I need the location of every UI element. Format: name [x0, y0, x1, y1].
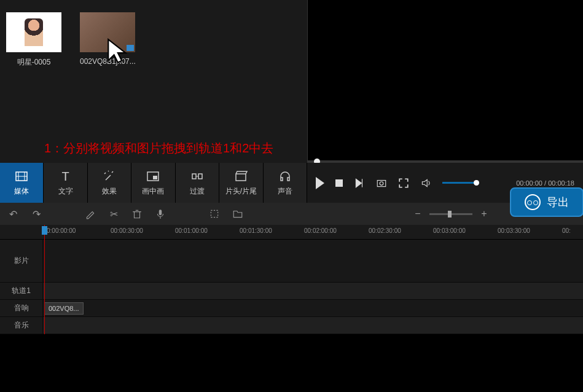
timeline-toolbar: ↶ ↷ ✂ − +: [0, 203, 583, 225]
svg-rect-8: [211, 210, 217, 217]
video-badge-icon: [127, 45, 134, 51]
svg-rect-4: [198, 174, 202, 179]
export-label: 导出: [547, 195, 569, 210]
zoom-out-button[interactable]: −: [412, 208, 423, 219]
media-thumbnail: [6, 12, 61, 52]
annotation-text: 1：分别将视频和图片拖拽到轨道1和2中去: [44, 140, 273, 157]
crop-button[interactable]: [209, 208, 220, 219]
stop-button[interactable]: [335, 179, 343, 187]
edit-button[interactable]: [85, 208, 96, 219]
tab-effects[interactable]: 效果: [88, 163, 131, 203]
track-label: 影片: [0, 240, 43, 282]
media-icon: [14, 169, 29, 184]
track-audio-fx[interactable]: 音响 002VQ8...: [0, 300, 583, 317]
undo-button[interactable]: ↶: [7, 208, 18, 219]
fullscreen-button[interactable]: [398, 178, 409, 189]
track-1[interactable]: 轨道1: [0, 283, 583, 300]
step-forward-button[interactable]: [354, 178, 365, 189]
clapboard-icon: [233, 169, 248, 184]
track-label: 音响: [0, 300, 43, 316]
tab-text[interactable]: T 文字: [44, 163, 87, 203]
media-item-label: 明星-0005: [17, 57, 51, 68]
timeline-ruler[interactable]: 0:00:00:00 00:00:30:00 00:01:00:00 00:01…: [0, 225, 583, 240]
transition-icon: [190, 169, 205, 184]
tab-audio[interactable]: 声音: [264, 163, 307, 203]
film-reel-icon: [525, 194, 541, 210]
playback-controls: 00:00:00 / 00:00:18 导出: [307, 163, 583, 203]
svg-rect-5: [377, 180, 386, 186]
track-video[interactable]: 影片: [0, 240, 583, 283]
tab-label: 片头/片尾: [225, 186, 257, 197]
tab-label: 媒体: [14, 186, 29, 197]
tab-label: 文字: [58, 186, 73, 197]
track-label: 音乐: [0, 317, 43, 334]
volume-slider[interactable]: [442, 182, 479, 184]
preview-panel: [307, 0, 583, 163]
text-icon: T: [62, 169, 69, 184]
zoom-in-button[interactable]: +: [479, 208, 490, 219]
tab-transition[interactable]: 过渡: [176, 163, 219, 203]
redo-button[interactable]: ↷: [31, 208, 42, 219]
playhead: [44, 225, 45, 334]
cut-button[interactable]: ✂: [108, 208, 119, 219]
volume-button[interactable]: [420, 178, 431, 189]
tab-label: 声音: [278, 186, 292, 197]
media-item[interactable]: 002VQ8B1jx07...: [80, 12, 136, 68]
snapshot-button[interactable]: [376, 178, 387, 189]
delete-button[interactable]: [131, 208, 143, 219]
playhead-handle[interactable]: [42, 226, 47, 235]
media-item[interactable]: 明星-0005: [6, 12, 61, 68]
voiceover-button[interactable]: [155, 208, 166, 219]
svg-rect-7: [159, 210, 162, 215]
media-library-panel: 明星-0005 002VQ8B1jx07... 1：分别将视频和图片拖拽到轨道1…: [0, 0, 307, 163]
time-display: 00:00:00 / 00:00:18: [516, 179, 574, 187]
track-label: 轨道1: [0, 283, 43, 299]
zoom-slider[interactable]: [429, 213, 472, 215]
media-item-label: 002VQ8B1jx07...: [80, 57, 136, 66]
timeline: 0:00:00:00 00:00:30:00 00:01:00:00 00:01…: [0, 225, 583, 334]
svg-rect-2: [153, 176, 157, 179]
effects-icon: [102, 169, 117, 184]
pip-icon: [146, 169, 160, 184]
folder-button[interactable]: [232, 208, 243, 219]
tab-label: 效果: [102, 186, 117, 197]
svg-point-6: [380, 181, 383, 185]
play-button[interactable]: [316, 177, 324, 189]
export-button[interactable]: 导出: [510, 187, 583, 217]
tab-intros[interactable]: 片头/片尾: [219, 163, 263, 203]
tab-label: 画中画: [142, 186, 164, 197]
media-thumbnail: [80, 12, 135, 52]
svg-rect-3: [192, 174, 196, 179]
tab-pip[interactable]: 画中画: [131, 163, 175, 203]
tab-media[interactable]: 媒体: [0, 163, 44, 203]
track-music[interactable]: 音乐: [0, 317, 583, 334]
tab-label: 过渡: [190, 186, 205, 197]
audio-clip[interactable]: 002VQ8...: [44, 302, 84, 315]
headphones-icon: [278, 169, 292, 184]
